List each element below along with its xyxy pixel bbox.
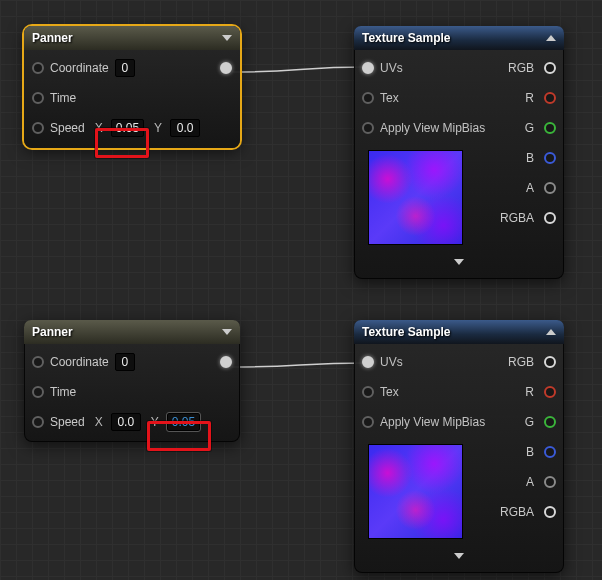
input-pin-time[interactable] [32,386,44,398]
chevron-down-icon[interactable] [454,553,464,559]
speed-x-value[interactable]: 0.0 [111,413,141,431]
node-header[interactable]: Texture Sample [354,26,564,50]
x-label: X [95,121,103,135]
b-label: B [526,445,534,459]
output-pin-rgba[interactable] [544,506,556,518]
rgba-label: RGBA [500,505,534,519]
rgb-label: RGB [508,355,534,369]
mip-label: Apply View MipBias [380,415,485,429]
node-header[interactable]: Texture Sample [354,320,564,344]
texture-preview[interactable] [368,444,463,539]
input-pin-tex[interactable] [362,92,374,104]
node-title: Texture Sample [362,31,450,45]
y-label: Y [154,121,162,135]
chevron-up-icon[interactable] [546,35,556,41]
node-header[interactable]: Panner [24,26,240,50]
input-pin-time[interactable] [32,92,44,104]
output-pin-a[interactable] [544,476,556,488]
mip-label: Apply View MipBias [380,121,485,135]
y-label: Y [151,415,159,429]
rgb-label: RGB [508,61,534,75]
x-label: X [95,415,103,429]
speed-label: Speed [50,121,85,135]
output-pin-rgb[interactable] [544,62,556,74]
output-pin-r[interactable] [544,386,556,398]
chevron-down-icon[interactable] [222,35,232,41]
tex-label: Tex [380,385,399,399]
input-pin-tex[interactable] [362,386,374,398]
coordinate-value[interactable]: 0 [115,353,135,371]
node-title: Panner [32,31,73,45]
input-pin-coordinate[interactable] [32,62,44,74]
rgba-label: RGBA [500,211,534,225]
speed-y-value[interactable]: 0.0 [170,119,200,137]
input-pin-uvs[interactable] [362,356,374,368]
r-label: R [525,91,534,105]
output-pin-g[interactable] [544,416,556,428]
input-pin-speed[interactable] [32,122,44,134]
r-label: R [525,385,534,399]
speed-label: Speed [50,415,85,429]
output-pin-b[interactable] [544,446,556,458]
input-pin-speed[interactable] [32,416,44,428]
output-pin-b[interactable] [544,152,556,164]
chevron-up-icon[interactable] [546,329,556,335]
time-label: Time [50,91,76,105]
node-header[interactable]: Panner [24,320,240,344]
panner-node-2[interactable]: Panner Coordinate 0 Time Speed X 0.0 Y 0… [24,320,240,442]
output-pin-r[interactable] [544,92,556,104]
g-label: G [525,121,534,135]
output-pin-a[interactable] [544,182,556,194]
coordinate-label: Coordinate [50,61,109,75]
uvs-label: UVs [380,61,403,75]
node-title: Texture Sample [362,325,450,339]
node-title: Panner [32,325,73,339]
input-pin-coordinate[interactable] [32,356,44,368]
texture-sample-node-1[interactable]: Texture Sample UVs RGB Tex R [354,26,564,279]
tex-label: Tex [380,91,399,105]
texture-preview[interactable] [368,150,463,245]
output-pin-rgba[interactable] [544,212,556,224]
output-pin[interactable] [220,356,232,368]
coordinate-value[interactable]: 0 [115,59,135,77]
g-label: G [525,415,534,429]
speed-y-value[interactable]: 0.05 [167,413,200,431]
coordinate-label: Coordinate [50,355,109,369]
input-pin-uvs[interactable] [362,62,374,74]
b-label: B [526,151,534,165]
a-label: A [526,475,534,489]
uvs-label: UVs [380,355,403,369]
panner-node-1[interactable]: Panner Coordinate 0 Time Speed X 0.05 Y … [24,26,240,148]
chevron-down-icon[interactable] [454,259,464,265]
output-pin-g[interactable] [544,122,556,134]
texture-sample-node-2[interactable]: Texture Sample UVs RGB Tex R [354,320,564,573]
output-pin-rgb[interactable] [544,356,556,368]
input-pin-mip[interactable] [362,122,374,134]
a-label: A [526,181,534,195]
speed-x-value[interactable]: 0.05 [111,119,144,137]
chevron-down-icon[interactable] [222,329,232,335]
input-pin-mip[interactable] [362,416,374,428]
time-label: Time [50,385,76,399]
output-pin[interactable] [220,62,232,74]
